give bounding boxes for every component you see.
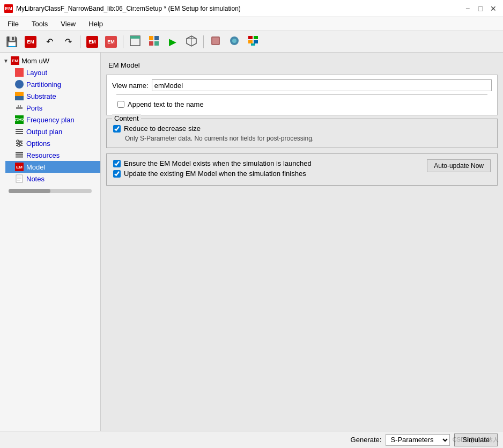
minimize-button[interactable]: − [462,3,473,14]
sidebar-item-ports[interactable]: Ports [5,102,100,114]
svg-rect-4 [149,41,153,46]
update-checkbox[interactable] [113,170,121,178]
tool-btn-2[interactable] [145,34,162,50]
bottom-bar: Generate: S-Parameters All None Simulate [0,431,503,448]
svg-rect-14 [254,36,258,39]
em-model-panel: EM Model View name: Append text to the n… [106,58,498,189]
layout-label: Layout [26,69,47,77]
svg-rect-20 [20,105,21,107]
em-icon-3: EM [105,36,117,48]
tool-btn-5[interactable] [245,34,262,50]
svg-rect-21 [16,129,23,130]
ports-label: Ports [26,104,42,112]
panel-title: EM Model [106,61,498,69]
svg-point-12 [232,39,236,43]
generate-select[interactable]: S-Parameters All None [386,434,450,446]
svg-rect-18 [16,107,23,109]
tool-icon-2 [148,35,160,48]
sidebar-item-resources[interactable]: Resources [5,149,100,161]
sidebar-parent-momuW[interactable]: ▼ EM Mom uW [0,55,100,67]
ensure-row: Ensure the EM Model exists when the simu… [113,159,421,167]
play-icon: ▶ [169,36,176,48]
sidebar-item-frequency-plan[interactable]: GHz Frequency plan [5,114,100,126]
sidebar-item-output-plan[interactable]: Output plan [5,126,100,137]
tool-btn-1[interactable] [127,34,144,50]
menu-view[interactable]: View [57,19,79,29]
toolbar-separator-3 [203,35,204,48]
output-icon [15,127,24,136]
update-label[interactable]: Update the existing EM Model when the si… [124,170,306,178]
svg-rect-17 [251,43,255,46]
options-icon [15,139,24,148]
cube-button[interactable] [183,34,200,50]
notes-label: Notes [26,175,45,183]
em-icon-1: EM [25,36,36,48]
append-label[interactable]: Append text to the name [128,100,204,108]
em-btn-3[interactable]: EM [102,34,120,50]
content-group-title: Content [112,114,141,122]
undo-icon: ↶ [46,36,53,47]
menu-tools[interactable]: Tools [28,19,51,29]
play-button[interactable]: ▶ [164,34,181,50]
append-checkbox[interactable] [117,101,124,108]
view-name-row: View name: [112,79,492,91]
substrate-icon [15,92,24,100]
save-button[interactable]: 💾 [3,34,20,50]
menu-file[interactable]: File [4,19,22,29]
window-title: MyLibraryClassF_NarrowBand_lib:06_Cir:em… [16,5,241,12]
model-label: Model [26,163,45,171]
expand-icon: ▼ [3,58,9,64]
toolbar-separator-2 [123,35,123,48]
ensure-label[interactable]: Ensure the EM Model exists when the simu… [124,159,312,167]
redo-button[interactable]: ↷ [60,34,77,50]
menu-help[interactable]: Help [85,19,106,29]
sidebar-scrollbar[interactable] [0,185,100,197]
svg-rect-31 [16,154,23,156]
svg-rect-10 [212,38,219,44]
ports-icon [15,104,24,112]
sidebar-item-layout[interactable]: Layout [5,67,100,78]
maximize-button[interactable]: □ [475,3,486,14]
em-btn-1[interactable]: EM [22,34,39,50]
svg-rect-19 [18,105,19,107]
tool-icon-1 [129,35,141,48]
svg-point-29 [18,144,20,146]
reduce-info: Only S-Parameter data. No currents nor f… [125,135,491,142]
resources-label: Resources [26,151,60,159]
tool-icon-3 [210,35,221,48]
notes-icon [15,174,24,183]
app-icon: EM [4,4,13,13]
svg-point-27 [17,140,19,142]
sidebar-item-substrate[interactable]: Substrate [5,90,100,102]
sidebar-item-notes[interactable]: Notes [5,173,100,185]
em-btn-2[interactable]: EM [84,34,101,50]
svg-point-28 [19,142,21,144]
model-icon: EM [15,163,24,171]
content-area: EM Model View name: Append text to the n… [101,53,503,431]
sidebar-item-options[interactable]: Options [5,137,100,149]
tool-btn-3[interactable] [207,34,224,50]
cube-icon [186,35,197,48]
partitioning-label: Partitioning [26,80,61,89]
svg-rect-5 [154,41,159,46]
tool-icon-4 [228,35,240,48]
sidebar-parent-label: Mom uW [21,57,49,65]
undo-button[interactable]: ↶ [41,34,58,50]
svg-rect-13 [248,36,253,39]
reduce-label[interactable]: Reduce to decrease size [124,124,201,133]
ensure-checkbox[interactable] [113,160,121,167]
output-label: Output plan [26,128,62,136]
view-name-input[interactable] [152,79,492,91]
reduce-checkbox[interactable] [113,125,121,133]
close-button[interactable]: ✕ [488,3,499,14]
frequency-label: Frequency plan [26,116,75,124]
tool-btn-4[interactable] [226,34,243,50]
sidebar-item-model[interactable]: EM Model [5,161,100,173]
resources-icon [15,151,24,159]
layout-icon [15,68,24,77]
auto-update-button[interactable]: Auto-update Now [427,159,491,172]
substrate-label: Substrate [26,92,56,100]
reduce-row: Reduce to decrease size [113,124,491,133]
sidebar-item-partitioning[interactable]: Partitioning [5,78,100,90]
content-section: Content Reduce to decrease size Only S-P… [106,119,498,148]
